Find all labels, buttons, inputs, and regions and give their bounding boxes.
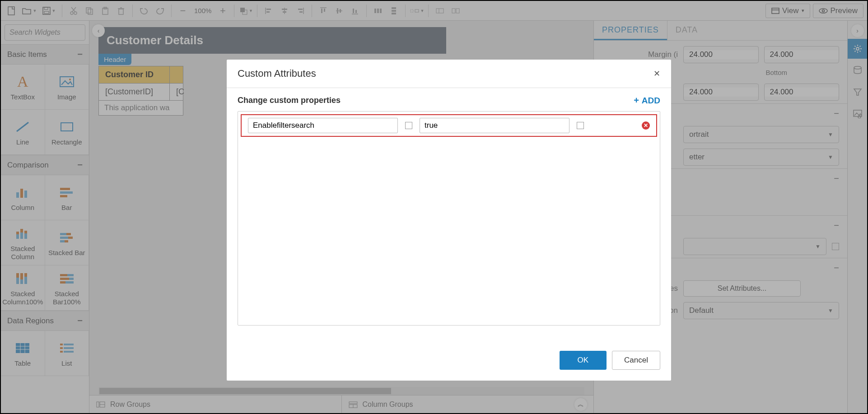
delete-attribute-button[interactable]: ✕ — [642, 121, 650, 130]
cancel-button[interactable]: Cancel — [612, 351, 660, 370]
attribute-value-input[interactable] — [420, 118, 569, 133]
attribute-value-checkbox[interactable] — [577, 122, 584, 129]
attribute-name-input[interactable] — [248, 118, 398, 133]
add-attribute-button[interactable]: + ADD — [634, 95, 660, 106]
attribute-name-checkbox[interactable] — [405, 122, 412, 129]
ok-button[interactable]: OK — [560, 351, 607, 370]
dialog-subtitle: Change custom properties — [238, 96, 341, 105]
plus-icon: + — [634, 95, 639, 106]
add-label: ADD — [642, 96, 660, 106]
custom-attributes-dialog: Custom Attributes ✕ Change custom proper… — [227, 60, 671, 381]
custom-attribute-row: ✕ — [241, 114, 657, 137]
dialog-title: Custom Attributes — [238, 68, 316, 79]
dialog-close-button[interactable]: ✕ — [653, 69, 660, 79]
custom-attributes-list: ✕ — [238, 111, 660, 326]
